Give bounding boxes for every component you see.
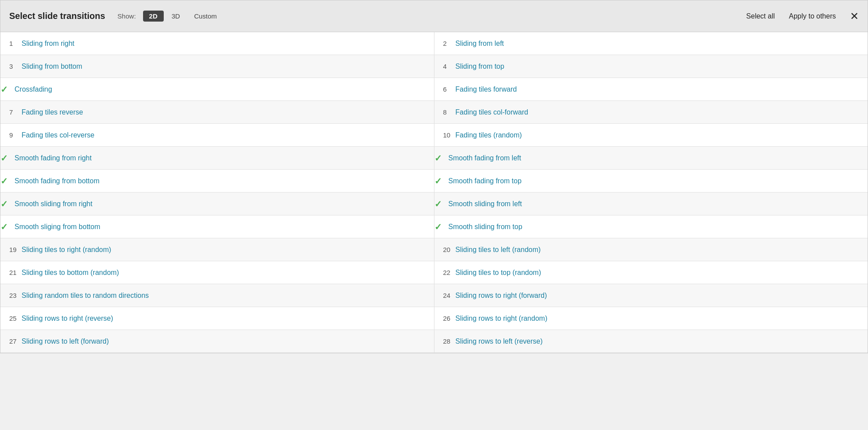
check-icon: ✓ bbox=[434, 199, 449, 209]
table-row: ✓ Smooth fading from right ✓ Smooth fadi… bbox=[0, 147, 868, 170]
table-row: ✓ Smooth sliging from bottom ✓ Smooth sl… bbox=[0, 215, 868, 238]
left-transition-name[interactable]: Smooth sliding from right bbox=[15, 200, 434, 208]
transitions-list: 1 Sliding from right 2 Sliding from left… bbox=[0, 32, 868, 353]
check-icon: ✓ bbox=[0, 199, 15, 209]
right-cell: 6 Fading tiles forward bbox=[434, 78, 868, 100]
right-num: 26 bbox=[434, 315, 456, 322]
right-transition-name[interactable]: Sliding from top bbox=[456, 63, 868, 70]
table-row: 27 Sliding rows to left (forward) 28 Sli… bbox=[0, 330, 868, 353]
table-row: 25 Sliding rows to right (reverse) 26 Sl… bbox=[0, 307, 868, 330]
left-transition-name[interactable]: Sliding random tiles to random direction… bbox=[22, 292, 434, 300]
table-row: 9 Fading tiles col-reverse 10 Fading til… bbox=[0, 124, 868, 147]
left-transition-name[interactable]: Smooth fading from bottom bbox=[15, 177, 434, 185]
table-row: 3 Sliding from bottom 4 Sliding from top bbox=[0, 55, 868, 78]
right-cell: ✓ Smooth fading from left bbox=[434, 147, 868, 169]
left-cell: ✓ Smooth sliding from right bbox=[0, 193, 434, 215]
left-transition-name[interactable]: Sliding tiles to right (random) bbox=[22, 246, 434, 254]
right-cell: 10 Fading tiles (random) bbox=[434, 124, 868, 146]
table-row: ✓ Smooth sliding from right ✓ Smooth sli… bbox=[0, 193, 868, 215]
table-row: 23 Sliding random tiles to random direct… bbox=[0, 284, 868, 307]
table-row: ✓ Smooth fading from bottom ✓ Smooth fad… bbox=[0, 170, 868, 193]
table-row: 21 Sliding tiles to bottom (random) 22 S… bbox=[0, 261, 868, 284]
check-icon: ✓ bbox=[434, 222, 449, 232]
left-cell: 19 Sliding tiles to right (random) bbox=[0, 238, 434, 261]
right-transition-name[interactable]: Smooth sliding from top bbox=[449, 223, 868, 231]
right-cell: 28 Sliding rows to left (reverse) bbox=[434, 330, 868, 352]
table-row: 7 Fading tiles reverse 8 Fading tiles co… bbox=[0, 101, 868, 124]
show-custom-button[interactable]: Custom bbox=[188, 11, 223, 22]
right-num: 28 bbox=[434, 337, 456, 345]
check-icon: ✓ bbox=[434, 176, 449, 186]
left-cell: ✓ Smooth fading from right bbox=[0, 147, 434, 169]
right-cell: 22 Sliding tiles to top (random) bbox=[434, 261, 868, 284]
right-transition-name[interactable]: Smooth fading from top bbox=[449, 177, 868, 185]
right-transition-name[interactable]: Smooth fading from left bbox=[449, 154, 868, 162]
right-cell: ✓ Smooth sliding from top bbox=[434, 215, 868, 238]
left-num: 27 bbox=[0, 337, 22, 345]
show-buttons: 2D 3D Custom bbox=[143, 11, 223, 22]
left-num: 19 bbox=[0, 246, 22, 253]
right-num: 24 bbox=[434, 292, 456, 299]
left-num: 25 bbox=[0, 315, 22, 322]
left-transition-name[interactable]: Sliding rows to right (reverse) bbox=[22, 315, 434, 322]
right-cell: 2 Sliding from left bbox=[434, 32, 868, 55]
check-icon: ✓ bbox=[0, 84, 15, 95]
right-transition-name[interactable]: Sliding rows to right (random) bbox=[456, 315, 868, 322]
show-3d-button[interactable]: 3D bbox=[166, 11, 186, 22]
right-cell: 26 Sliding rows to right (random) bbox=[434, 307, 868, 330]
left-transition-name[interactable]: Sliding rows to left (forward) bbox=[22, 337, 434, 345]
left-transition-name[interactable]: Fading tiles col-reverse bbox=[22, 131, 434, 139]
right-transition-name[interactable]: Sliding tiles to left (random) bbox=[456, 246, 868, 254]
check-icon: ✓ bbox=[0, 176, 15, 186]
right-transition-name[interactable]: Smooth sliding from left bbox=[449, 200, 868, 208]
show-label: Show: bbox=[118, 12, 136, 20]
right-transition-name[interactable]: Fading tiles forward bbox=[456, 85, 868, 93]
show-2d-button[interactable]: 2D bbox=[143, 11, 164, 22]
right-num: 2 bbox=[434, 40, 456, 47]
right-transition-name[interactable]: Fading tiles col-forward bbox=[456, 108, 868, 116]
select-all-button[interactable]: Select all bbox=[743, 11, 778, 22]
left-transition-name[interactable]: Crossfading bbox=[15, 85, 434, 93]
left-num: 3 bbox=[0, 63, 22, 70]
left-num: 21 bbox=[0, 269, 22, 276]
table-row: 1 Sliding from right 2 Sliding from left bbox=[0, 32, 868, 55]
right-num: 10 bbox=[434, 131, 456, 139]
right-num: 4 bbox=[434, 63, 456, 70]
apply-to-others-button[interactable]: Apply to others bbox=[785, 11, 839, 22]
left-transition-name[interactable]: Fading tiles reverse bbox=[22, 108, 434, 116]
left-cell: ✓ Smooth sliging from bottom bbox=[0, 215, 434, 238]
right-num: 20 bbox=[434, 246, 456, 253]
right-transition-name[interactable]: Fading tiles (random) bbox=[456, 131, 868, 139]
left-num: 1 bbox=[0, 40, 22, 47]
right-num: 6 bbox=[434, 85, 456, 93]
table-row: 19 Sliding tiles to right (random) 20 Sl… bbox=[0, 238, 868, 261]
right-num: 8 bbox=[434, 108, 456, 116]
left-cell: 21 Sliding tiles to bottom (random) bbox=[0, 261, 434, 284]
left-transition-name[interactable]: Smooth sliging from bottom bbox=[15, 223, 434, 231]
right-cell: 4 Sliding from top bbox=[434, 55, 868, 78]
header: Select slide transitions Show: 2D 3D Cus… bbox=[0, 0, 868, 32]
check-icon: ✓ bbox=[0, 222, 15, 232]
left-cell: 27 Sliding rows to left (forward) bbox=[0, 330, 434, 352]
left-cell: ✓ Crossfading bbox=[0, 78, 434, 100]
left-cell: 23 Sliding random tiles to random direct… bbox=[0, 284, 434, 307]
left-cell: 1 Sliding from right bbox=[0, 32, 434, 55]
right-cell: 8 Fading tiles col-forward bbox=[434, 101, 868, 123]
left-transition-name[interactable]: Sliding tiles to bottom (random) bbox=[22, 269, 434, 277]
check-icon: ✓ bbox=[434, 153, 449, 163]
close-button[interactable]: ✕ bbox=[850, 11, 859, 22]
left-transition-name[interactable]: Sliding from bottom bbox=[22, 63, 434, 70]
right-transition-name[interactable]: Sliding from left bbox=[456, 40, 868, 48]
left-cell: 3 Sliding from bottom bbox=[0, 55, 434, 78]
left-transition-name[interactable]: Sliding from right bbox=[22, 40, 434, 48]
right-transition-name[interactable]: Sliding tiles to top (random) bbox=[456, 269, 868, 277]
right-cell: 20 Sliding tiles to left (random) bbox=[434, 238, 868, 261]
dialog: Select slide transitions Show: 2D 3D Cus… bbox=[0, 0, 868, 353]
right-num: 22 bbox=[434, 269, 456, 276]
right-transition-name[interactable]: Sliding rows to left (reverse) bbox=[456, 337, 868, 345]
left-transition-name[interactable]: Smooth fading from right bbox=[15, 154, 434, 162]
right-cell: ✓ Smooth fading from top bbox=[434, 170, 868, 192]
left-cell: 7 Fading tiles reverse bbox=[0, 101, 434, 123]
right-transition-name[interactable]: Sliding rows to right (forward) bbox=[456, 292, 868, 300]
dialog-title: Select slide transitions bbox=[9, 11, 105, 21]
